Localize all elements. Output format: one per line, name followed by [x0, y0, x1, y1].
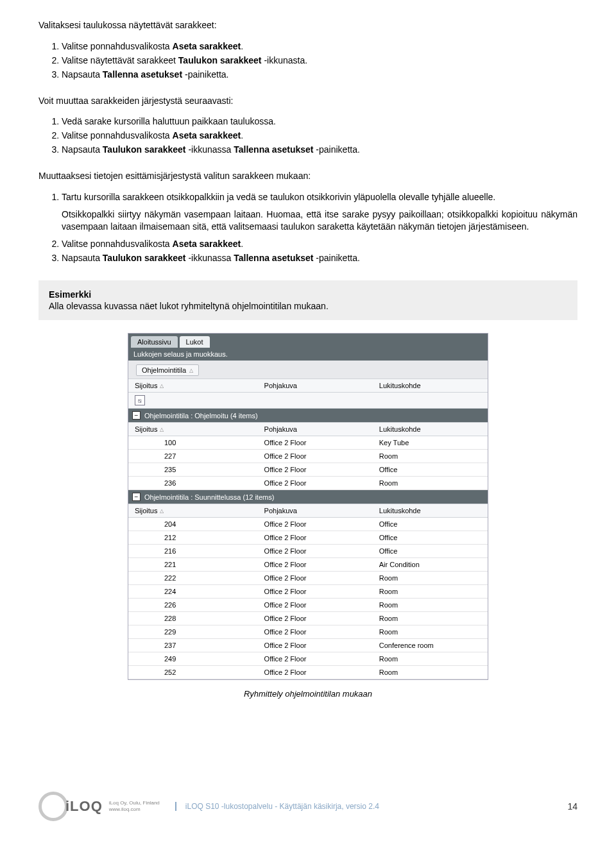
cell-sijoitus: 236: [128, 477, 258, 489]
section-intro-2: Voit muuttaa sarakkeiden järjestystä seu…: [38, 95, 578, 107]
col-label: Sijoitus: [135, 507, 157, 514]
brand-text: iLOQ: [65, 798, 103, 815]
group-header-ohjelmoitu[interactable]: − Ohjelmointitila : Ohjelmoitu (4 items): [128, 409, 488, 422]
collapse-icon[interactable]: −: [132, 411, 141, 420]
sort-asc-icon: △: [160, 508, 164, 514]
column-header-sijoitus[interactable]: Sijoitus △: [128, 504, 258, 517]
cell-sijoitus: 228: [128, 612, 258, 625]
cell-sijoitus: 227: [128, 450, 258, 463]
table-row[interactable]: 249Office 2 FloorRoom: [128, 652, 488, 666]
table-row[interactable]: 221Office 2 FloorAir Condition: [128, 558, 488, 572]
page-footer: iLOQ iLoq Oy, Oulu, Finland www.iloq.com…: [38, 792, 578, 821]
cell-sijoitus: 222: [128, 572, 258, 584]
cell-pohjakuva: Office 2 Floor: [258, 477, 373, 489]
footer-url: www.iloq.com: [109, 806, 160, 813]
step: Napsauta Taulukon sarakkeet -ikkunassa T…: [62, 144, 578, 156]
cell-pohjakuva: Office 2 Floor: [258, 585, 373, 598]
cell-pohjakuva: Office 2 Floor: [258, 652, 373, 665]
table-row[interactable]: 226Office 2 FloorRoom: [128, 599, 488, 612]
tab-bar: Aloitussivu Lukot: [128, 334, 488, 348]
column-header-lukituskohde[interactable]: Lukituskohde: [373, 423, 488, 436]
cell-pohjakuva: Office 2 Floor: [258, 463, 373, 476]
cell-pohjakuva: Office 2 Floor: [258, 450, 373, 463]
filter-icon[interactable]: ⧅: [135, 395, 145, 405]
cell-lukituskohde: Room: [373, 666, 488, 679]
table-row[interactable]: 237Office 2 FloorConference room: [128, 639, 488, 652]
cell-lukituskohde: Room: [373, 572, 488, 584]
cell-sijoitus: 252: [128, 666, 258, 679]
figure-caption: Ryhmittely ohjelmointitilan mukaan: [38, 689, 578, 699]
table-row[interactable]: 228Office 2 FloorRoom: [128, 612, 488, 625]
column-header-pohjakuva[interactable]: Pohjakuva: [258, 504, 373, 517]
cell-sijoitus: 224: [128, 585, 258, 598]
cell-lukituskohde: Office: [373, 463, 488, 476]
cell-pohjakuva: Office 2 Floor: [258, 599, 373, 611]
table-row[interactable]: 212Office 2 FloorOffice: [128, 531, 488, 545]
sort-asc-icon: △: [160, 383, 164, 389]
cell-sijoitus: 226: [128, 599, 258, 611]
step: Vedä sarake kursorilla haluttuun paikkaa…: [62, 115, 578, 128]
collapse-icon[interactable]: −: [132, 493, 141, 501]
table-row[interactable]: 229Office 2 FloorRoom: [128, 625, 488, 639]
tab-lukot[interactable]: Lukot: [180, 336, 210, 348]
group-chip-label: Ohjelmointitila: [142, 366, 186, 374]
section-intro-3: Muuttaaksesi tietojen esittämisjärjestys…: [38, 170, 578, 182]
group-by-chip[interactable]: Ohjelmointitila △: [136, 364, 199, 376]
steps-list-1: Valitse ponnahdusvalikosta Aseta sarakke…: [53, 40, 578, 81]
cell-lukituskohde: Office: [373, 518, 488, 531]
step: Valitse ponnahdusvalikosta Aseta sarakke…: [62, 238, 578, 250]
column-header-lukituskohde[interactable]: Lukituskohde: [373, 379, 488, 392]
cell-lukituskohde: Office: [373, 531, 488, 544]
table-row[interactable]: 224Office 2 FloorRoom: [128, 585, 488, 599]
column-header-sijoitus[interactable]: Sijoitus △: [128, 423, 258, 436]
cell-sijoitus: 229: [128, 625, 258, 638]
cell-lukituskohde: Room: [373, 625, 488, 638]
cell-lukituskohde: Conference room: [373, 639, 488, 652]
sort-asc-icon: △: [160, 427, 164, 432]
steps-list-2: Vedä sarake kursorilla haluttuun paikkaa…: [53, 115, 578, 156]
cell-pohjakuva: Office 2 Floor: [258, 572, 373, 584]
step-note: Otsikkopalkki siirtyy näkymän vasempaan …: [62, 208, 578, 233]
app-screenshot: Aloitussivu Lukot Lukkojen selaus ja muo…: [128, 333, 488, 680]
col-label: Sijoitus: [135, 425, 157, 433]
table-row[interactable]: 204Office 2 FloorOffice: [128, 518, 488, 531]
cell-pohjakuva: Office 2 Floor: [258, 612, 373, 625]
tab-aloitussivu[interactable]: Aloitussivu: [131, 336, 178, 348]
group-header-suunnittelussa[interactable]: − Ohjelmointitila : Suunnittelussa (12 i…: [128, 490, 488, 504]
table-row[interactable]: 227Office 2 FloorRoom: [128, 450, 488, 463]
table-row[interactable]: 216Office 2 FloorOffice: [128, 545, 488, 558]
footer-address: iLoq Oy, Oulu, Finland: [109, 800, 160, 806]
cell-lukituskohde: Air Condition: [373, 558, 488, 571]
step: Napsauta Taulukon sarakkeet -ikkunassa T…: [62, 252, 578, 264]
cell-sijoitus: 212: [128, 531, 258, 544]
cell-pohjakuva: Office 2 Floor: [258, 558, 373, 571]
table-row[interactable]: 222Office 2 FloorRoom: [128, 572, 488, 585]
table-row[interactable]: 236Office 2 FloorRoom: [128, 477, 488, 490]
column-header-pohjakuva[interactable]: Pohjakuva: [258, 423, 373, 436]
cell-sijoitus: 204: [128, 518, 258, 531]
example-text: Alla olevassa kuvassa näet lukot ryhmite…: [49, 301, 567, 311]
cell-lukituskohde: Office: [373, 545, 488, 557]
table-row[interactable]: 235Office 2 FloorOffice: [128, 463, 488, 477]
sub-header: Lukkojen selaus ja muokkaus.: [128, 348, 488, 361]
footer-doc-title: iLOQ S10 -lukostopalvelu - Käyttäjän käs…: [175, 802, 379, 811]
cell-lukituskohde: Room: [373, 599, 488, 611]
column-header-lukituskohde[interactable]: Lukituskohde: [373, 504, 488, 517]
sort-asc-icon: △: [189, 368, 193, 373]
steps-list-3: Tartu kursorilla sarakkeen otsikkopalkki…: [53, 191, 578, 264]
column-header-sijoitus[interactable]: Sijoitus △: [128, 379, 258, 392]
group-header-label: Ohjelmointitila : Suunnittelussa (12 ite…: [144, 493, 274, 501]
example-title: Esimerkki: [49, 289, 567, 300]
group-header-label: Ohjelmointitila : Ohjelmoitu (4 items): [144, 412, 258, 420]
table-row[interactable]: 100Office 2 FloorKey Tube: [128, 436, 488, 450]
column-header-pohjakuva[interactable]: Pohjakuva: [258, 379, 373, 392]
step: Valitse näytettävät sarakkeet Taulukon s…: [62, 55, 578, 67]
section-intro-1: Valitaksesi taulukossa näytettävät sarak…: [38, 19, 578, 31]
cell-sijoitus: 237: [128, 639, 258, 652]
cell-pohjakuva: Office 2 Floor: [258, 518, 373, 531]
cell-lukituskohde: Room: [373, 612, 488, 625]
table-row[interactable]: 252Office 2 FloorRoom: [128, 666, 488, 679]
cell-sijoitus: 221: [128, 558, 258, 571]
cell-sijoitus: 249: [128, 652, 258, 665]
cell-pohjakuva: Office 2 Floor: [258, 639, 373, 652]
